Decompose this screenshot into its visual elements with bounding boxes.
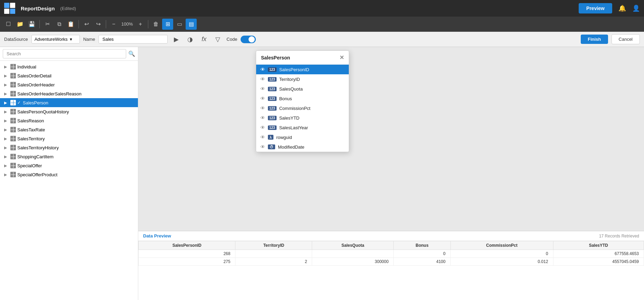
popup-header: SalesPerson ✕ <box>256 51 349 65</box>
query-bar: DataSource AdventureWorks ▾ Name documen… <box>0 32 644 47</box>
view-button[interactable]: ▭ <box>174 19 185 30</box>
user-icon[interactable]: 👤 <box>632 4 640 12</box>
table-icon <box>10 64 16 69</box>
delete-button[interactable]: 🗑 <box>150 19 161 30</box>
cancel-button[interactable]: Cancel <box>612 34 640 44</box>
eye-icon: 👁 <box>260 134 265 140</box>
chevron-right-icon: ▶ <box>4 172 9 177</box>
table-icon <box>10 82 16 87</box>
filter-button[interactable]: ▽ <box>213 34 223 45</box>
code-label: Code <box>226 37 237 42</box>
grid-button[interactable]: ⊞ <box>162 19 173 30</box>
type-badge: 123 <box>268 125 277 130</box>
field-name: SalesQuota <box>279 86 303 92</box>
app-logo <box>4 3 15 14</box>
table-cell: 0 <box>450 250 553 258</box>
type-badge: ⏱ <box>268 144 275 149</box>
eye-icon: 👁 <box>260 86 265 92</box>
tree-item-label: SalesOrderDetail <box>17 73 52 78</box>
popup-field-row[interactable]: 👁123TerritoryID <box>256 74 349 84</box>
records-count: 17 Records Retrieved <box>599 234 639 238</box>
table-cell: 0 <box>394 250 451 258</box>
toggle-button[interactable]: ◑ <box>185 34 195 45</box>
close-icon[interactable]: ✕ <box>339 54 344 61</box>
tree-item[interactable]: ▶SalesPersonQuotaHistory <box>0 107 138 116</box>
undo-button[interactable]: ↩ <box>81 19 92 30</box>
tree-item[interactable]: ▶Individual <box>0 62 138 71</box>
tree-item[interactable]: ▶SpecialOffer <box>0 161 138 170</box>
code-toggle[interactable] <box>241 36 256 43</box>
preview-table-wrap[interactable]: SalesPersonIDTerritoryIDSalesQuotaBonusC… <box>138 241 644 298</box>
table-icon <box>10 118 16 123</box>
field-name: SalesYTD <box>279 115 300 121</box>
chevron-down-icon: ▾ <box>70 37 77 42</box>
type-badge: 123 <box>268 96 277 101</box>
search-box: document.querySelector('[data-name="sear… <box>0 47 138 61</box>
copy-button[interactable]: ⧉ <box>54 19 65 30</box>
zoom-out-button[interactable]: − <box>108 19 119 30</box>
formula-button[interactable]: fx <box>199 34 209 45</box>
tree-item[interactable]: ▶SalesTaxRate <box>0 125 138 134</box>
type-badge: λ <box>268 135 273 140</box>
name-input[interactable] <box>99 35 168 44</box>
cut-button[interactable]: ✂ <box>42 19 53 30</box>
popup-field-row[interactable]: 👁123SalesLastYear <box>256 123 349 132</box>
preview-column-header: Bonus <box>394 241 451 250</box>
tree-item[interactable]: ▶ShoppingCartItem <box>0 152 138 161</box>
search-input[interactable] <box>3 49 126 58</box>
type-badge: 123 <box>268 77 277 82</box>
finish-button[interactable]: Finish <box>581 35 608 44</box>
tree-item[interactable]: ▶✓SalesPerson <box>0 98 138 107</box>
tree-item-label: SalesTerritory <box>17 136 45 141</box>
zoom-level: 100% <box>121 21 133 27</box>
table-cell: 300000 <box>312 258 394 266</box>
popup-field-row[interactable]: 👁123Bonus <box>256 94 349 103</box>
chevron-right-icon: ▶ <box>4 128 9 132</box>
table-cell: 268 <box>139 250 235 258</box>
check-icon: ✓ <box>17 100 21 105</box>
tree-item[interactable]: ▶SalesOrderHeaderSalesReason <box>0 89 138 98</box>
table-icon <box>10 163 16 168</box>
eye-icon: 👁 <box>260 67 265 72</box>
field-name: Bonus <box>279 96 292 101</box>
type-badge: 123 <box>268 116 277 120</box>
popup-field-row[interactable]: 👁λrowguid <box>256 132 349 142</box>
tree-item[interactable]: ▶SalesReason <box>0 116 138 125</box>
new-button[interactable]: ☐ <box>3 19 14 30</box>
tree-item-label: SalesOrderHeaderSalesReason <box>17 91 82 96</box>
popup-field-row[interactable]: 👁123CommissionPct <box>256 103 349 113</box>
layout-button[interactable]: ▤ <box>186 19 197 30</box>
tree-item-label: SalesPerson <box>23 100 48 105</box>
tree-item[interactable]: ▶SalesOrderDetail <box>0 71 138 80</box>
popup-field-row[interactable]: 👁123SalesQuota <box>256 84 349 94</box>
preview-column-header: CommissionPct <box>450 241 553 250</box>
preview-button[interactable]: Preview <box>579 3 612 13</box>
chevron-right-icon: ▶ <box>4 154 9 159</box>
popup-field-row[interactable]: 👁123SalesPersonID <box>256 65 349 74</box>
run-button[interactable]: ▶ <box>171 34 181 45</box>
search-icon[interactable]: 🔍 <box>128 50 135 57</box>
app-title: ReportDesign <box>21 6 55 11</box>
tree-item[interactable]: ▶SalesTerritoryHistory <box>0 143 138 152</box>
redo-button[interactable]: ↪ <box>93 19 104 30</box>
table-icon <box>10 73 16 78</box>
eye-icon: 👁 <box>260 76 265 82</box>
paste-button[interactable]: 📋 <box>65 19 76 30</box>
tree-item[interactable]: ▶SalesTerritory <box>0 134 138 143</box>
popup-field-row[interactable]: 👁123SalesYTD <box>256 113 349 123</box>
tree-item[interactable]: ▶SpecialOfferProduct <box>0 170 138 179</box>
datasource-select[interactable]: AdventureWorks ▾ <box>31 35 80 44</box>
bell-icon[interactable]: 🔔 <box>618 4 626 12</box>
save-button[interactable]: 💾 <box>26 19 37 30</box>
open-button[interactable]: 📁 <box>15 19 26 30</box>
table-cell: 4100 <box>394 258 451 266</box>
left-panel: document.querySelector('[data-name="sear… <box>0 47 138 300</box>
tree-item-label: SalesReason <box>17 118 44 123</box>
tree-item-label: SpecialOffer <box>17 163 42 168</box>
top-bar: ReportDesign (Edited) Preview 🔔 👤 <box>0 0 644 17</box>
popup-field-row[interactable]: 👁⏱ModifiedDate <box>256 142 349 152</box>
right-area: SalesPerson ✕ 👁123SalesPersonID👁123Terri… <box>138 47 644 300</box>
chevron-right-icon: ▶ <box>4 119 9 123</box>
tree-item[interactable]: ▶SalesOrderHeader <box>0 80 138 89</box>
zoom-in-button[interactable]: + <box>135 19 146 30</box>
